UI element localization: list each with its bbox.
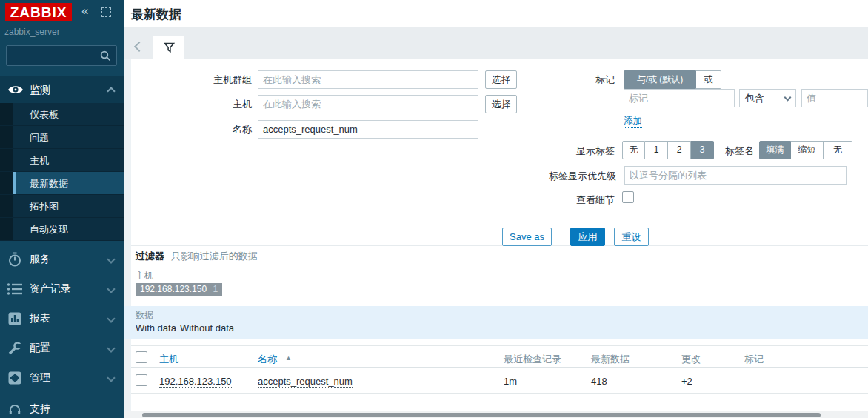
tag-operator-select[interactable]: 包含	[739, 89, 796, 107]
column-header-name[interactable]: 名称	[258, 353, 277, 366]
show-tags-2[interactable]: 2	[668, 141, 691, 159]
row-item-name-link[interactable]: accepts_request_num	[258, 376, 353, 388]
sidebar-item-latest-data[interactable]: 最新数据	[0, 172, 124, 195]
sidebar: ZABBIX « zabbix_server 监测 仪表板 问题 主机 最新数据…	[0, 0, 124, 418]
host-filter-badge[interactable]: 192.168.123.150 1	[136, 283, 222, 296]
tag-display-full[interactable]: 填满	[759, 141, 791, 159]
name-label: 名称	[131, 123, 252, 136]
subfilter-title: 过滤器	[136, 251, 164, 262]
chevron-down-icon	[107, 285, 115, 293]
zabbix-logo[interactable]: ZABBIX	[5, 3, 72, 21]
data-subfilter-band	[124, 306, 868, 339]
divider	[131, 367, 868, 368]
host-filter-badge-text: 192.168.123.150	[140, 284, 207, 294]
apply-button[interactable]: 应用	[570, 228, 605, 246]
sidebar-item-monitoring[interactable]: 监测	[0, 76, 124, 103]
sidebar-item-label: 管理	[30, 371, 50, 385]
add-tag-link[interactable]: 添加	[624, 115, 642, 128]
host-group-input[interactable]	[258, 70, 478, 89]
with-data-link[interactable]: With data	[136, 322, 176, 334]
sidebar-item-label: 资产记录	[30, 282, 71, 296]
filter-tab[interactable]	[153, 36, 184, 59]
sidebar-item-label: 报表	[30, 312, 50, 325]
reset-button[interactable]: 重设	[614, 228, 649, 246]
sidebar-item-problems[interactable]: 问题	[0, 126, 124, 149]
sidebar-item-maps[interactable]: 拓扑图	[0, 195, 124, 218]
show-tags-label: 显示标签	[467, 145, 615, 158]
tag-priority-input[interactable]	[624, 166, 847, 185]
divider	[131, 245, 868, 246]
without-data-link[interactable]: Without data	[180, 322, 234, 334]
subfilter-header: 过滤器 只影响过滤后的数据	[136, 250, 258, 263]
sidebar-item-dashboard[interactable]: 仪表板	[0, 103, 124, 126]
row-host-link[interactable]: 192.168.123.150	[159, 376, 232, 388]
tag-value-input[interactable]	[801, 89, 868, 107]
row-latest-data: 418	[591, 376, 607, 387]
tags-operator-toggle: 与/或 (默认) 或	[624, 70, 721, 89]
tag-priority-label: 标签显示优先级	[444, 170, 616, 183]
chevron-up-icon	[107, 87, 115, 95]
kiosk-mode-icon[interactable]	[101, 7, 111, 17]
tag-operator-value: 包含	[745, 92, 764, 105]
column-header-tags: 标记	[744, 353, 764, 366]
chevron-down-icon	[107, 344, 115, 352]
sidebar-search-input[interactable]	[6, 45, 117, 66]
column-header-host[interactable]: 主机	[159, 353, 178, 366]
collapse-sidebar-icon[interactable]: «	[81, 4, 88, 19]
tags-andor-option[interactable]: 与/或 (默认)	[624, 70, 696, 89]
host-label: 主机	[131, 98, 252, 111]
sidebar-item-reports[interactable]: 报表	[0, 304, 124, 334]
sidebar-item-inventory[interactable]: 资产记录	[0, 274, 124, 304]
sidebar-item-support[interactable]: 支持	[0, 399, 124, 418]
row-checkbox[interactable]	[136, 374, 147, 386]
show-tags-toggle: 无 1 2 3	[622, 141, 714, 159]
tag-display-none[interactable]: 无	[824, 141, 852, 159]
sidebar-item-label: 支持	[30, 402, 50, 416]
headset-icon	[8, 403, 21, 417]
tag-display-toggle: 填满 缩短 无	[759, 141, 852, 159]
sidebar-item-hosts[interactable]: 主机	[0, 149, 124, 172]
show-details-label: 查看细节	[467, 193, 615, 207]
tags-or-option[interactable]: 或	[696, 70, 721, 89]
column-header-change: 更改	[681, 353, 701, 366]
tag-display-short[interactable]: 缩短	[791, 141, 824, 159]
chevron-down-icon	[107, 255, 115, 263]
bar-chart-icon	[7, 311, 22, 326]
server-name: zabbix_server	[4, 27, 60, 37]
select-all-checkbox[interactable]	[136, 351, 147, 363]
divider	[131, 345, 868, 346]
monitoring-submenu: 仪表板 问题 主机 最新数据 拓扑图 自动发现	[0, 103, 124, 241]
host-input[interactable]	[258, 95, 478, 113]
sidebar-item-configuration[interactable]: 配置	[0, 334, 124, 363]
sidebar-item-label: 服务	[30, 253, 50, 266]
show-details-checkbox[interactable]	[622, 191, 634, 203]
divider	[131, 393, 868, 394]
search-icon	[100, 50, 111, 62]
tag-display-label: 标签名	[705, 145, 754, 158]
column-header-last-check: 最近检查记录	[504, 353, 561, 366]
show-tags-1[interactable]: 1	[645, 141, 668, 159]
sidebar-item-administration[interactable]: 管理	[0, 363, 124, 393]
host-filter-badge-count: 1	[213, 284, 218, 294]
column-header-latest-data: 最新数据	[591, 353, 630, 366]
row-change: +2	[681, 376, 692, 387]
save-as-button[interactable]: Save as	[502, 228, 552, 246]
chevron-down-icon	[107, 314, 115, 322]
horizontal-scrollbar-thumb[interactable]	[142, 413, 821, 417]
sidebar-item-discovery[interactable]: 自动发现	[0, 218, 124, 241]
name-input[interactable]	[258, 120, 478, 139]
stopwatch-icon	[7, 252, 22, 267]
host-group-label: 主机群组	[131, 73, 252, 87]
gear-icon	[7, 371, 22, 385]
page-title: 最新数据	[131, 6, 181, 23]
show-tags-none[interactable]: 无	[622, 141, 645, 159]
divider	[131, 265, 868, 265]
eye-icon	[7, 84, 24, 96]
host-select-button[interactable]: 选择	[485, 95, 517, 113]
row-last-check: 1m	[504, 376, 517, 387]
content-gutter	[124, 59, 131, 412]
wrench-icon	[7, 341, 22, 356]
tag-name-input[interactable]	[624, 89, 735, 107]
sidebar-item-services[interactable]: 服务	[0, 245, 124, 274]
chevron-down-icon	[107, 374, 115, 382]
